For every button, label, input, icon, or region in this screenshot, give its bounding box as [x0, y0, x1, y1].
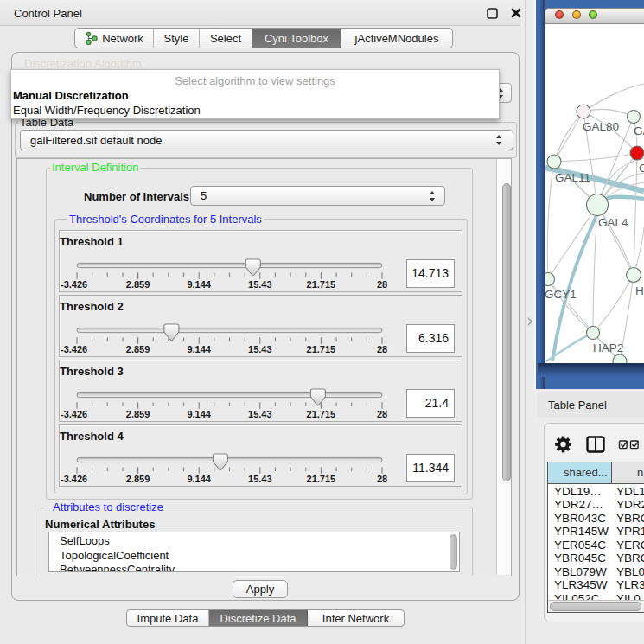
svg-text:28: 28 — [377, 409, 387, 419]
svg-text:C: C — [639, 162, 644, 175]
svg-text:2.859: 2.859 — [126, 409, 150, 419]
svg-text:21.715: 21.715 — [307, 474, 336, 484]
svg-text:GAL: GAL — [634, 124, 644, 137]
svg-text:-3.426: -3.426 — [61, 474, 87, 484]
svg-text:2.859: 2.859 — [126, 344, 150, 354]
svg-text:-3.426: -3.426 — [61, 344, 87, 354]
svg-text:GAL4: GAL4 — [598, 216, 628, 229]
svg-text:GAL11: GAL11 — [555, 171, 590, 184]
svg-text:21.715: 21.715 — [307, 409, 336, 419]
svg-text:9.144: 9.144 — [187, 279, 211, 290]
svg-text:GAL80: GAL80 — [583, 120, 619, 133]
svg-text:HI: HI — [635, 284, 644, 297]
svg-text:15.43: 15.43 — [248, 279, 272, 290]
svg-text:-3.426: -3.426 — [61, 409, 87, 419]
svg-text:HAP2: HAP2 — [593, 341, 623, 354]
svg-text:21.715: 21.715 — [307, 344, 336, 354]
svg-text:9.144: 9.144 — [187, 474, 211, 484]
svg-text:28: 28 — [377, 474, 387, 484]
svg-text:2.859: 2.859 — [126, 279, 150, 290]
svg-text:15.43: 15.43 — [248, 409, 272, 419]
svg-text:15.43: 15.43 — [248, 344, 272, 354]
svg-text:-3.426: -3.426 — [61, 279, 87, 290]
svg-text:9.144: 9.144 — [187, 409, 211, 419]
svg-text:2.859: 2.859 — [126, 474, 150, 484]
svg-text:9.144: 9.144 — [187, 344, 211, 354]
svg-text:28: 28 — [377, 279, 387, 290]
svg-text:15.43: 15.43 — [248, 474, 272, 484]
svg-text:GCY1: GCY1 — [545, 288, 577, 301]
svg-text:21.715: 21.715 — [307, 279, 336, 290]
svg-text:28: 28 — [377, 344, 387, 354]
